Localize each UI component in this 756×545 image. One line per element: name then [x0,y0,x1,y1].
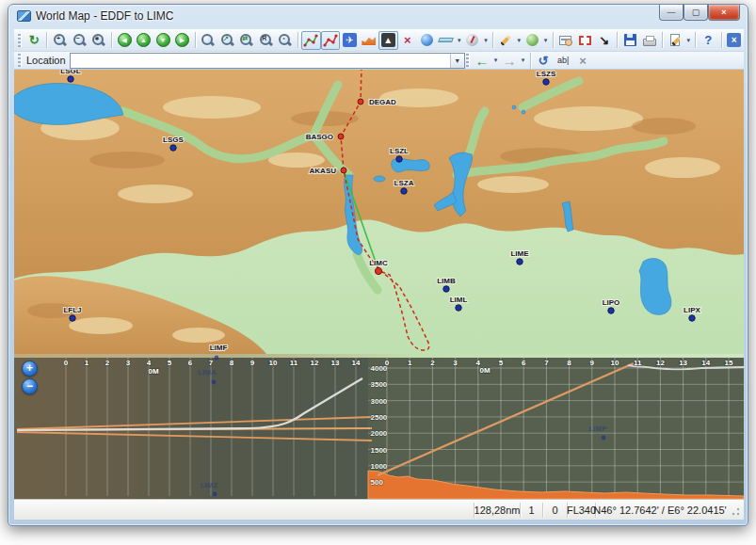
svg-text:1: 1 [408,359,412,367]
svg-text:11: 11 [634,359,642,367]
svg-text:13: 13 [679,359,687,367]
svg-text:7: 7 [544,359,549,367]
svg-text:7: 7 [209,359,214,367]
svg-text:1: 1 [85,359,89,367]
profile-zoom-out-button[interactable]: − [22,378,38,394]
measure-button[interactable] [436,31,455,50]
svg-text:4: 4 [147,359,152,367]
zoom-lock-button[interactable]: • [276,31,295,50]
zoom-scale-button[interactable]: ∗ [88,31,107,50]
svg-text:8: 8 [567,359,571,367]
undo-button[interactable]: ↺ [534,51,554,70]
svg-text:4000: 4000 [371,364,388,373]
close-button[interactable]: × [708,5,740,21]
pan-up-button[interactable]: ▲ [134,31,153,50]
svg-text:5: 5 [499,359,504,367]
status-bar: 128,28nm 1 0 FL340 N46° 12.7642' / E6° 2… [14,499,744,520]
toggle-elevation-profile[interactable] [360,31,378,50]
toolbar-grip[interactable] [18,34,22,47]
save-button[interactable] [620,31,639,50]
svg-text:2000: 2000 [371,429,388,438]
svg-text:9: 9 [590,359,595,367]
toolbar-separator [46,32,47,48]
chevron-down-icon[interactable]: ▾ [520,56,527,64]
waypoint-LIMF[interactable]: LIMF [210,344,228,352]
svg-text:3: 3 [126,359,131,367]
location-input[interactable] [71,55,450,67]
svg-text:11: 11 [290,359,298,367]
svg-text:10: 10 [611,359,619,367]
toggle-route-layer[interactable] [301,31,320,50]
report-button[interactable] [666,31,684,50]
chevron-down-icon[interactable]: ▾ [482,37,490,44]
zoom-region-button[interactable]: R [256,31,275,50]
svg-text:8: 8 [230,359,234,367]
maximize-button[interactable]: ▢ [684,5,708,21]
globe-mode-button[interactable] [417,31,436,50]
toggle-airplane-layer[interactable]: ✈ [340,31,359,50]
svg-text:0M: 0M [479,366,490,375]
forward-button[interactable]: → [500,51,520,70]
pan-hand-button[interactable] [555,31,574,50]
elevation-profile-panel[interactable]: 0123456789101112131401234567891011121314… [14,354,744,499]
svg-text:LIME: LIME [510,249,529,258]
toggle-terrain-layer[interactable]: ▲ [378,31,397,50]
toolbar-grip[interactable] [18,54,22,67]
pan-down-button[interactable]: ▼ [153,31,172,50]
print-button[interactable] [639,31,658,50]
close-view-button[interactable]: × [725,31,744,50]
profile-zoom-in-button[interactable]: + [22,361,38,377]
svg-text:LIPX: LIPX [684,306,700,314]
svg-text:14: 14 [701,359,710,367]
zoom-in-button[interactable]: + [50,31,69,50]
toolbar-separator [617,32,618,48]
toggle-track-layer[interactable] [321,31,340,50]
pointer-button[interactable]: ↘ [594,31,613,50]
edit-route-button[interactable] [496,31,515,50]
zoom-to-route-button[interactable]: ⇄ [237,31,256,50]
toolbar-separator [695,32,696,48]
chevron-down-icon[interactable]: ▼ [450,54,464,68]
chevron-down-icon[interactable]: ▾ [684,37,692,44]
status-message [14,503,475,518]
svg-text:LSGS: LSGS [163,136,184,144]
toolbar-separator [298,32,298,48]
svg-text:2500: 2500 [371,413,388,422]
map-view[interactable]: LSGLLSGSLSZSLSZLLSZALIMCLIMBLIMLLIMELIPO… [14,70,744,354]
location-combobox[interactable]: ▼ [70,53,465,69]
rename-label-button[interactable]: ab| [554,51,573,70]
toolbar-grip[interactable] [466,54,470,67]
zoom-window-button[interactable] [199,31,217,50]
svg-text:LIMA: LIMA [198,368,217,377]
map-options-button[interactable] [523,31,541,50]
client-area: ↻+−∗◀▲▼▶↗⇄R•✈▲×▾▾▾▾↘▾?× Location ▼ ←▾→▾↺… [14,29,744,520]
main-toolbar: ↻+−∗◀▲▼▶↗⇄R•✈▲×▾▾▾▾↘▾?× [14,29,744,52]
svg-text:1000: 1000 [371,462,388,471]
chevron-down-icon[interactable]: ▾ [456,37,463,44]
svg-text:LSZS: LSZS [537,70,556,78]
help-button[interactable]: ? [699,31,717,50]
chevron-down-icon[interactable]: ▾ [515,37,523,44]
pan-right-button[interactable]: ▶ [172,31,191,50]
svg-text:0: 0 [64,359,69,367]
minimize-button[interactable]: — [659,5,684,21]
delete-button[interactable]: × [573,51,593,70]
zoom-out-button[interactable]: − [70,31,88,50]
svg-text:LIMB: LIMB [437,277,456,285]
title-bar[interactable]: World Map - EDDF to LIMC [8,5,748,27]
compass-button[interactable] [463,31,482,50]
chevron-down-icon[interactable]: ▾ [492,56,500,64]
svg-text:9: 9 [250,359,255,367]
refresh-map-button[interactable]: ↻ [24,31,43,50]
pan-left-button[interactable]: ◀ [115,31,134,50]
select-region-button[interactable] [575,31,594,50]
back-button[interactable]: ← [473,51,492,70]
zoom-previous-button[interactable]: ↗ [217,31,236,50]
svg-text:13: 13 [331,359,340,367]
resize-grip[interactable] [728,504,741,517]
toggle-airways-layer[interactable]: × [398,31,417,50]
chevron-down-icon[interactable]: ▾ [542,37,550,44]
status-count-1: 1 [521,503,543,518]
svg-text:0M: 0M [148,367,158,376]
svg-text:6: 6 [522,359,526,367]
